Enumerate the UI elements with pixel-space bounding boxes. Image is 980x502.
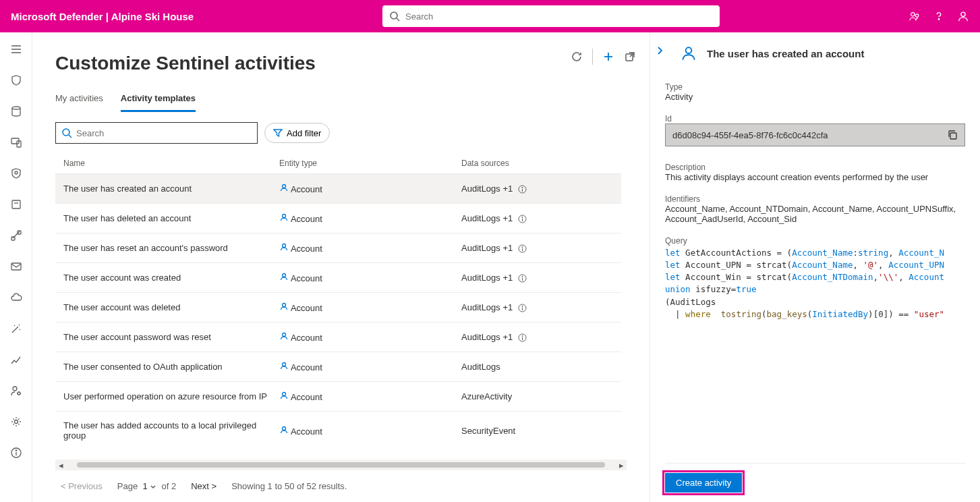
row-entity: Account	[291, 273, 322, 283]
svg-point-37	[283, 244, 286, 248]
popout-icon[interactable]	[624, 51, 636, 63]
svg-point-53	[283, 363, 286, 366]
cloud-icon[interactable]	[10, 291, 22, 304]
row-name: The user has added accounts to a local p…	[63, 420, 279, 441]
gear-shield-icon[interactable]	[10, 167, 22, 179]
svg-point-9	[12, 107, 20, 109]
row-entity: Account	[291, 392, 322, 402]
person-icon	[279, 425, 289, 435]
identifiers-value: Account_Name, Account_NTDomain, Account_…	[665, 204, 965, 224]
filter-icon	[273, 128, 283, 138]
row-datasource: SecurityEvent	[461, 426, 613, 436]
type-value: Activity	[665, 92, 965, 102]
person-icon	[279, 213, 289, 222]
horizontal-scrollbar[interactable]: ◂ ▸	[55, 459, 627, 470]
app-title: Microsoft Defender | Alpine Ski House	[11, 11, 194, 22]
row-datasource: AuditLogs +1	[461, 332, 613, 342]
database-icon[interactable]	[10, 105, 22, 117]
table-search[interactable]	[55, 122, 258, 144]
col-header-data[interactable]: Data sources	[461, 159, 613, 168]
svg-rect-17	[11, 263, 21, 270]
chart-icon[interactable]	[10, 354, 22, 366]
row-name: The user has created an account	[63, 184, 279, 194]
archive-icon[interactable]	[10, 198, 22, 211]
table-row[interactable]: The user account was deleted AccountAudi…	[55, 292, 621, 322]
id-value: d6d08c94-455f-4ea5-8f76-fc6c0c442cfa	[672, 130, 828, 140]
table-row[interactable]: The user has reset an account's password…	[55, 233, 621, 262]
create-activity-button[interactable]: Create activity	[665, 473, 742, 493]
row-name: The user consented to OAuth application	[63, 362, 279, 372]
info-icon[interactable]	[10, 447, 22, 459]
row-name: The user account password was reset	[63, 332, 279, 342]
person-icon	[279, 242, 289, 252]
search-icon	[61, 128, 72, 138]
shield-icon[interactable]	[10, 74, 22, 86]
devices-icon[interactable]	[10, 136, 22, 148]
query-label: Query	[665, 236, 965, 246]
account-icon[interactable]	[957, 10, 969, 22]
table-search-input[interactable]	[76, 128, 252, 138]
row-datasource: AuditLogs +1	[461, 302, 613, 312]
row-datasource: AuditLogs +1	[461, 243, 613, 253]
row-name: The user has deleted an account	[63, 213, 279, 223]
id-box: d6d08c94-455f-4ea5-8f76-fc6c0c442cfa	[665, 123, 965, 146]
tabs: My activities Activity templates	[55, 93, 627, 113]
table-row[interactable]: The user account password was reset Acco…	[55, 322, 621, 352]
add-filter-button[interactable]: Add filter	[264, 123, 330, 143]
tab-my-activities[interactable]: My activities	[55, 93, 103, 112]
svg-point-36	[522, 217, 523, 217]
svg-point-55	[283, 426, 286, 430]
svg-point-32	[522, 187, 523, 188]
people-icon[interactable]	[909, 10, 921, 22]
svg-point-45	[283, 304, 286, 307]
mail-icon[interactable]	[10, 260, 22, 273]
table-row[interactable]: The user has deleted an account AccountA…	[55, 203, 621, 233]
chevron-down-icon[interactable]	[150, 484, 156, 491]
id-label: Id	[665, 114, 965, 123]
settings-icon[interactable]	[10, 416, 22, 428]
table-row[interactable]: The user account was created AccountAudi…	[55, 262, 621, 292]
person-icon	[279, 331, 289, 341]
svg-point-48	[522, 306, 523, 306]
tab-activity-templates[interactable]: Activity templates	[121, 93, 196, 112]
svg-point-23	[16, 450, 16, 451]
page-label: Page	[117, 481, 138, 491]
type-label: Type	[665, 82, 965, 92]
table-row[interactable]: The user has created an account AccountA…	[55, 173, 621, 203]
refresh-icon[interactable]	[571, 51, 583, 63]
svg-point-40	[522, 246, 523, 247]
svg-point-49	[283, 333, 286, 337]
plus-icon[interactable]	[602, 51, 614, 63]
svg-point-44	[522, 276, 523, 277]
results-count: Showing 1 to 50 of 52 results.	[231, 481, 347, 491]
copy-icon[interactable]	[947, 130, 958, 140]
svg-point-27	[63, 129, 69, 136]
next-page[interactable]: Next >	[191, 481, 217, 491]
add-filter-label: Add filter	[287, 128, 321, 138]
help-icon[interactable]	[933, 10, 945, 22]
table-row[interactable]: User performed operation on azure resour…	[55, 381, 621, 411]
page-current[interactable]: 1	[142, 481, 147, 491]
global-search-input[interactable]	[405, 11, 713, 22]
svg-point-41	[283, 274, 286, 277]
page-total: of 2	[162, 481, 177, 491]
user-settings-icon[interactable]	[10, 385, 22, 397]
table-row[interactable]: The user has added accounts to a local p…	[55, 411, 621, 449]
svg-point-19	[18, 392, 20, 395]
chevron-right-icon[interactable]	[656, 46, 665, 55]
table-row[interactable]: The user consented to OAuth application …	[55, 352, 621, 381]
wand-icon[interactable]	[10, 323, 22, 335]
description-label: Description	[665, 163, 965, 172]
menu-icon[interactable]	[10, 43, 22, 55]
person-icon	[279, 183, 289, 192]
table: Name Entity type Data sources The user h…	[55, 153, 627, 459]
identifiers-label: Identifiers	[665, 194, 965, 204]
prev-page[interactable]: < Previous	[61, 481, 103, 491]
col-header-name[interactable]: Name	[63, 159, 279, 168]
col-header-entity[interactable]: Entity type	[279, 159, 461, 168]
global-search[interactable]	[382, 5, 720, 27]
svg-point-4	[938, 19, 939, 20]
connector-icon[interactable]	[10, 229, 22, 242]
svg-point-12	[15, 171, 18, 174]
person-icon	[279, 302, 289, 311]
